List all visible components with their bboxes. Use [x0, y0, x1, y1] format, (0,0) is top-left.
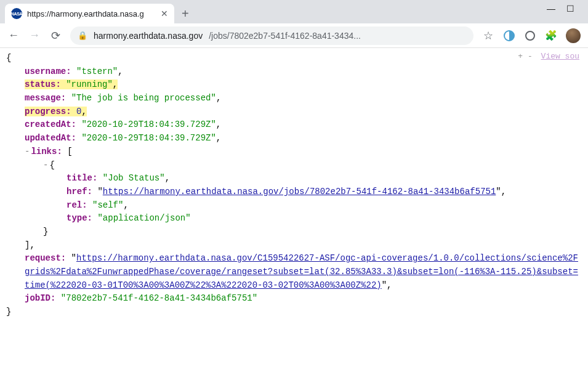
collapse-toggle-icon[interactable]: - — [43, 160, 48, 170]
json-field-progress: progress: 0, — [6, 105, 582, 119]
json-field-link-type: type: "application/json" — [6, 212, 582, 225]
svg-point-1 — [526, 31, 534, 40]
reload-button[interactable]: ⟳ — [49, 29, 62, 43]
nasa-favicon: NASA — [11, 8, 22, 19]
address-bar[interactable]: 🔒 harmony.earthdata.nasa.gov/jobs/7802e2… — [70, 26, 473, 45]
json-array-close: ], — [6, 239, 582, 253]
tab-strip: NASA https://harmony.earthdata.nasa.g ✕ … — [0, 0, 588, 23]
browser-tab[interactable]: NASA https://harmony.earthdata.nasa.g ✕ — [5, 4, 174, 23]
profile-avatar[interactable] — [566, 28, 581, 43]
forward-button[interactable]: → — [28, 29, 41, 42]
extension-icon-2[interactable] — [524, 30, 536, 42]
close-tab-icon[interactable]: ✕ — [161, 9, 168, 18]
json-viewer-actions: + - View sou — [518, 51, 579, 63]
extension-icon-1[interactable] — [503, 30, 515, 42]
json-field-username: username: "tstern", — [6, 65, 582, 79]
back-button[interactable]: ← — [7, 29, 20, 42]
json-field-link-rel: rel: "self", — [6, 199, 582, 213]
request-link[interactable]: https://harmony.earthdata.nasa.gov/C1595… — [25, 253, 578, 290]
toolbar: ← → ⟳ 🔒 harmony.earthdata.nasa.gov/jobs/… — [0, 23, 588, 48]
url-host: harmony.earthdata.nasa.gov — [94, 31, 203, 41]
json-viewer: + - View sou { username: "tstern", statu… — [0, 48, 588, 323]
window-controls: — ☐ — [533, 0, 588, 17]
extensions-puzzle-icon[interactable]: 🧩 — [545, 30, 557, 42]
tab-title: https://harmony.earthdata.nasa.g — [27, 9, 156, 18]
expand-all-button[interactable]: + — [518, 52, 523, 61]
json-field-updatedAt: updatedAt: "2020-10-29T18:04:39.729Z", — [6, 132, 582, 145]
json-field-link-href: href: "https://harmony.earthdata.nasa.go… — [6, 185, 582, 199]
toolbar-right: 🧩 — [503, 28, 581, 43]
json-field-status: status: "running", — [6, 78, 582, 92]
json-array-item: -{ — [6, 159, 582, 172]
view-source-link[interactable]: View sou — [541, 52, 579, 61]
json-field-link-title: title: "Job Status", — [6, 172, 582, 185]
collapse-all-button[interactable]: - — [528, 52, 533, 61]
json-field-links: -links: [ — [6, 145, 582, 159]
lock-icon: 🔒 — [78, 31, 87, 40]
new-tab-button[interactable]: + — [182, 7, 189, 20]
href-link[interactable]: https://harmony.earthdata.nasa.gov/jobs/… — [103, 187, 496, 197]
json-field-jobID: jobID: "7802e2b7-541f-4162-8a41-3434b6af… — [6, 292, 582, 306]
collapse-toggle-icon[interactable]: - — [25, 147, 30, 156]
json-field-createdAt: createdAt: "2020-10-29T18:04:39.729Z", — [6, 118, 582, 132]
json-brace-close: } — [6, 306, 582, 319]
json-object-close: } — [6, 225, 582, 239]
minimize-button[interactable]: — — [547, 4, 555, 14]
url-path: /jobs/7802e2b7-541f-4162-8a41-3434... — [209, 31, 361, 41]
bookmark-star-icon[interactable]: ☆ — [482, 29, 494, 43]
maximize-button[interactable]: ☐ — [566, 4, 574, 14]
json-brace-open: { — [6, 52, 582, 65]
json-field-message: message: "The job is being processed", — [6, 92, 582, 105]
json-field-request: request: "https://harmony.earthdata.nasa… — [6, 252, 582, 292]
